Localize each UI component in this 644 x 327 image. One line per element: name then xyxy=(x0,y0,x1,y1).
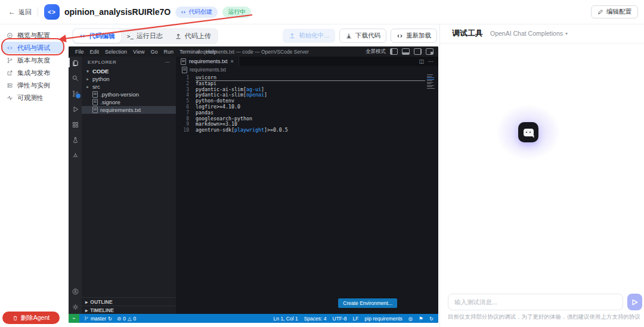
scm-badge xyxy=(75,93,81,99)
status-item[interactable]: Ln 1, Col 1 xyxy=(274,316,298,322)
tab-1[interactable]: >_运行日志 xyxy=(121,29,169,43)
edit-config-button[interactable]: 编辑配置 xyxy=(591,5,638,18)
status-item[interactable]: UTF-8 xyxy=(333,316,347,322)
python-env-icon[interactable]: ◎ xyxy=(408,316,413,322)
status-item[interactable]: LF xyxy=(353,316,359,322)
explorer-root-folder[interactable]: ▾ CODE xyxy=(82,67,176,75)
error-icon: ⊘ xyxy=(117,316,121,322)
tree-item-python[interactable]: ▸python xyxy=(82,75,176,83)
code-icon xyxy=(397,33,403,39)
menu-help[interactable]: Help xyxy=(203,49,220,55)
badge-label: 运行中 xyxy=(228,8,246,16)
menu-terminal[interactable]: Terminal xyxy=(177,49,203,55)
run-debug-icon[interactable] xyxy=(69,104,82,114)
notifications-icon[interactable]: ↻ xyxy=(429,316,434,322)
chevron-right-icon: ▸ xyxy=(85,77,90,82)
test-message-input[interactable] xyxy=(448,294,623,310)
tree-item-requirements.txt[interactable]: requirements.txt xyxy=(82,106,176,114)
sidebar-item-5[interactable]: 可观测性 xyxy=(2,92,63,104)
back-button[interactable]: ← 返回 xyxy=(8,8,32,17)
sidebar-item-label: 代码与调试 xyxy=(17,43,50,52)
close-tab-icon[interactable]: × xyxy=(231,58,234,64)
action-button-2[interactable]: 重新加载 xyxy=(391,29,437,43)
status-item[interactable]: Spaces: 4 xyxy=(304,316,327,322)
menu-run[interactable]: Run xyxy=(160,49,177,55)
status-badge-1: 运行中 xyxy=(222,7,251,18)
vscode-menubar: FileEditSelectionViewGoRunTerminalHelp xyxy=(72,49,219,55)
overview-icon xyxy=(6,32,13,39)
editor-more-icon[interactable]: ⋯ xyxy=(428,58,434,64)
sidebar-item-2[interactable]: 版本与灰度 xyxy=(2,54,63,66)
download-icon xyxy=(345,32,352,39)
code-icon xyxy=(79,33,86,39)
activity-bar xyxy=(69,57,82,314)
testing-icon[interactable] xyxy=(69,135,82,145)
sidebar-item-3[interactable]: 集成与发布 xyxy=(2,67,63,79)
extension-pinwheel-icon[interactable] xyxy=(69,151,82,160)
toggle-secondary-sidebar-icon[interactable] xyxy=(414,48,422,55)
settings-gear-icon[interactable] xyxy=(69,302,82,312)
outline-section[interactable]: ▸ OUTLINE xyxy=(82,297,176,306)
minimap[interactable] xyxy=(427,74,436,89)
code-editor[interactable]: 1uvicorn2fastapi3pydantic-ai-slim[ag-ui]… xyxy=(176,73,438,314)
source-control-icon[interactable] xyxy=(69,89,82,98)
publish-icon xyxy=(6,69,13,76)
explorer-more-icon[interactable]: ⋯ xyxy=(165,60,170,65)
tree-item-.python-version[interactable]: .python-version xyxy=(82,91,176,98)
file-icon xyxy=(181,58,186,65)
extensions-icon[interactable] xyxy=(69,120,82,129)
timeline-section[interactable]: ▸ TIMELINE xyxy=(82,306,176,314)
menu-edit[interactable]: Edit xyxy=(87,49,103,55)
fullscreen-mode-button[interactable]: 全屏模式 xyxy=(366,48,386,55)
debug-header: 调试工具 OpenAI Chat Completions ▾ xyxy=(440,24,644,43)
sidebar-item-4[interactable]: 弹性与实例 xyxy=(2,79,63,91)
menu-go[interactable]: Go xyxy=(147,49,160,55)
problems-indicator[interactable]: ⊘0 △0 xyxy=(117,316,136,322)
file-icon xyxy=(92,99,98,105)
branch-indicator[interactable]: master ↻ xyxy=(84,316,112,322)
code-icon xyxy=(6,44,13,51)
tree-item-label: requirements.txt xyxy=(100,107,141,113)
delete-agent-button[interactable]: 删除Agent xyxy=(2,312,60,324)
observability-icon xyxy=(6,94,13,101)
line-number: 10 xyxy=(176,127,196,133)
back-arrow-icon: ← xyxy=(8,8,16,16)
status-item[interactable]: pip requirements xyxy=(365,316,402,322)
editor-tabbar: requirements.txt × ◫ ⋯ xyxy=(176,57,438,66)
explorer-sections: ▸ OUTLINE ▸ TIMELINE xyxy=(82,297,176,314)
tab-0[interactable]: 代码编辑 xyxy=(73,29,121,43)
search-icon[interactable] xyxy=(69,73,82,83)
create-environment-button[interactable]: Create Environment... xyxy=(338,298,397,308)
branch-icon xyxy=(6,57,13,64)
action-button-0[interactable]: 初始化中... xyxy=(283,29,335,43)
tree-item-label: .signore xyxy=(100,99,120,105)
tree-item-.signore[interactable]: .signore xyxy=(82,98,176,106)
send-button[interactable] xyxy=(627,294,642,310)
toolbar-actions: 初始化中...下载代码重新加载 xyxy=(283,29,437,43)
menu-file[interactable]: File xyxy=(72,49,87,55)
editor-tab-requirements[interactable]: requirements.txt × xyxy=(176,57,239,66)
feedback-icon[interactable]: ⚑ xyxy=(419,316,423,322)
split-editor-icon[interactable]: ◫ xyxy=(419,58,424,64)
menu-selection[interactable]: Selection xyxy=(102,49,130,55)
explorer-icon[interactable] xyxy=(69,58,82,67)
toggle-panel-icon[interactable] xyxy=(402,48,410,55)
sidebar-item-0[interactable]: 概览与配置 xyxy=(2,29,63,41)
tab-2[interactable]: 代码上传 xyxy=(169,29,217,43)
remote-indicator[interactable]: ⌁ xyxy=(69,314,79,323)
chevron-down-icon: ▾ xyxy=(85,69,90,74)
explorer-tree: ▸python▸src.python-version.signorerequir… xyxy=(82,75,176,114)
protocol-dropdown[interactable]: OpenAI Chat Completions ▾ xyxy=(490,30,568,37)
toggle-sidebar-icon[interactable] xyxy=(390,48,398,55)
warning-icon: △ xyxy=(128,316,132,322)
upload-icon xyxy=(175,33,182,40)
code-line-10: 10agentrun-sdk[playwright]>=0.0.5 xyxy=(176,127,438,133)
sidebar-item-1[interactable]: 代码与调试 xyxy=(2,42,63,54)
tree-item-src[interactable]: ▸src xyxy=(82,83,176,91)
menu-view[interactable]: View xyxy=(130,49,147,55)
customize-layout-icon[interactable] xyxy=(426,48,434,55)
accounts-icon[interactable] xyxy=(69,286,82,296)
chevron-right-icon: ▸ xyxy=(85,85,90,89)
action-button-1[interactable]: 下载代码 xyxy=(339,29,386,43)
breadcrumb[interactable]: requirements.txt xyxy=(176,66,438,73)
